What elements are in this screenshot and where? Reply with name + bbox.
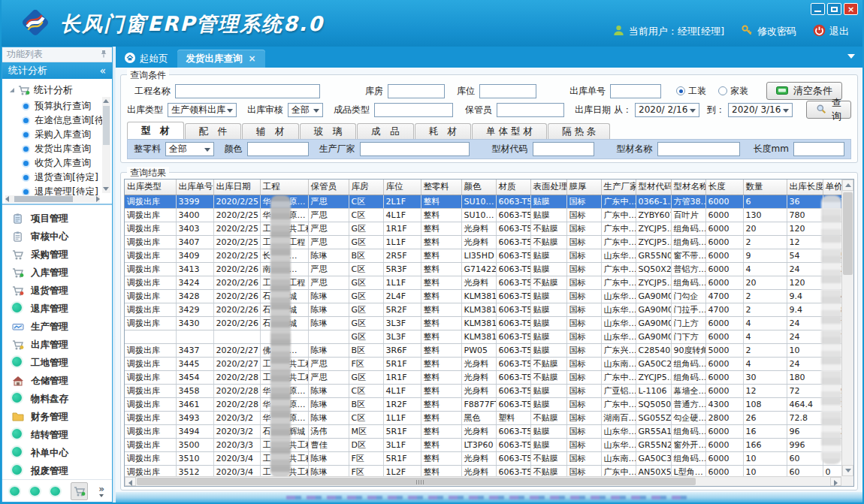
sidebar-item-财务管理[interactable]: 财务管理 xyxy=(2,408,112,426)
tree-item-收货入库查询[interactable]: 收货入库查询 xyxy=(7,156,101,171)
table-row[interactable]: 调拨出库35102020/3/4工共工程陈琳F区5R1F整料光身料6063-T5… xyxy=(125,451,841,465)
tree-item-退货查询[待定][interactable]: 退货查询[待定] xyxy=(7,171,101,185)
close-button[interactable]: × xyxy=(844,3,858,15)
product-type-input[interactable] xyxy=(374,103,453,117)
sidebar-item-项目管理[interactable]: 项目管理 xyxy=(2,210,112,228)
sidebar-item-审核中心[interactable]: 审核中心 xyxy=(2,228,112,246)
date-to-select[interactable]: 2020/ 3/16 xyxy=(728,103,793,117)
column-header-出库日期[interactable]: 出库日期 xyxy=(213,180,260,195)
grid-vertical-scrollbar[interactable] xyxy=(841,180,853,476)
radio-home[interactable] xyxy=(718,86,727,95)
table-row[interactable]: 调拨出库34302020/2/26石城陈琳G区3L3F整料KLM38176063… xyxy=(125,316,841,330)
material-tab-辅材[interactable]: 辅 材 xyxy=(242,123,299,139)
profile-code-input[interactable] xyxy=(533,142,594,156)
table-row[interactable]: 调拨出库34542020/2/28工共工程严思G区1R1F整料光身料6063-T… xyxy=(125,370,841,384)
sidebar-item-工地管理[interactable]: 工地管理 xyxy=(2,354,112,372)
sidebar-item-物料盘存[interactable]: 物料盘存 xyxy=(2,390,112,408)
column-header-生产厂家[interactable]: 生产厂家 xyxy=(601,180,636,195)
tree-horizontal-scrollbar[interactable] xyxy=(5,195,100,203)
tree-item-发货出库查询[interactable]: 发货出库查询 xyxy=(7,142,101,156)
change-password-button[interactable]: 修改密码 xyxy=(741,24,796,39)
material-tab-单体型材[interactable]: 单 体 型 材 xyxy=(472,123,547,139)
column-header-颜色[interactable]: 颜色 xyxy=(461,180,496,195)
maximize-button[interactable] xyxy=(827,3,841,15)
tab-list-dropdown-icon[interactable] xyxy=(847,54,855,59)
table-row[interactable]: 调拨出库35002020/3/3工共工程曹佳D区3L1F整料LT3P606063… xyxy=(125,438,841,451)
column-header-库位[interactable]: 库位 xyxy=(383,180,421,195)
out-type-select[interactable]: 生产领料出库 xyxy=(168,103,237,117)
column-header-数量[interactable]: 数量 xyxy=(743,180,787,195)
tree-vertical-scrollbar[interactable] xyxy=(102,97,110,193)
column-header-表面处理[interactable]: 表面处理 xyxy=(530,180,566,195)
table-row[interactable]: 调拨出库34612020/2/28华原…陈琳B区1R2F整料F8877FT606… xyxy=(125,397,841,411)
table-row[interactable]: 调拨出库34452020/2/27工共工程严思F区5R1F整料光身料6063-T… xyxy=(125,357,841,370)
tab-home[interactable]: 起始页 xyxy=(116,50,177,68)
sidebar-item-退库管理[interactable]: 退库管理 xyxy=(2,300,112,318)
audit-select[interactable]: 全部 xyxy=(288,103,323,117)
material-tab-隔热条[interactable]: 隔 热 条 xyxy=(548,123,610,139)
quick-dot-icon[interactable] xyxy=(50,487,60,496)
table-row[interactable]: 调拨出库33992020/2/25华原…严思C区2L1F整料SU10…6063-… xyxy=(125,195,841,208)
tab-close-icon[interactable]: × xyxy=(249,53,256,64)
column-header-单价[interactable]: 单价 xyxy=(823,180,841,195)
collapse-icon[interactable]: « xyxy=(99,65,106,77)
date-from-select[interactable]: 2020/ 2/16 xyxy=(635,103,699,117)
column-header-出库长度[interactable]: 出库长度 xyxy=(787,180,823,195)
cart-quick-button[interactable] xyxy=(71,482,88,500)
table-row[interactable]: G区3L3F整料KLM38176063-T5贴膜国标山东华…GA90M09…门下… xyxy=(125,330,841,343)
sidebar-item-补单中心[interactable]: 补单中心 xyxy=(2,444,112,462)
table-row[interactable]: 调拨出库34932020/3/2华原…陈琳C区1L1F整料黑色塑料不贴膜国标湖南… xyxy=(125,411,841,424)
sidebar-section-header[interactable]: 统计分析 « xyxy=(2,62,112,79)
table-row[interactable]: 调拨出库34132020/2/26南…严思C区5R3F整料G714226063-… xyxy=(125,262,841,276)
quick-dot-icon[interactable] xyxy=(10,487,20,496)
column-header-出库单号[interactable]: 出库单号 xyxy=(176,180,213,195)
sidebar-item-出库管理[interactable]: 出库管理 xyxy=(2,336,112,354)
sidebar-item-报废管理[interactable]: 报废管理 xyxy=(2,462,112,479)
length-input[interactable] xyxy=(793,142,844,156)
column-header-型材代码[interactable]: 型材代码 xyxy=(636,180,671,195)
sidebar-item-结转管理[interactable]: 结转管理 xyxy=(2,426,112,444)
tree-item-在途信息查询[待[interactable]: 在途信息查询[待 xyxy=(7,113,101,128)
order-no-input[interactable] xyxy=(610,84,661,98)
table-row[interactable]: 调拨出库34372020/2/27佛…陈琳B区3R6F整料PW056063-T5… xyxy=(125,343,841,357)
table-row[interactable]: 调拨出库34032020/2/25工共工程严思G区1R1F整料光身料6063-T… xyxy=(125,222,841,235)
sidebar-item-入库管理[interactable]: 入库管理 xyxy=(2,264,112,282)
material-tab-成品[interactable]: 成 品 xyxy=(357,123,414,139)
table-row[interactable]: 调拨出库34582020/2/28华原…陈琳C区4L1F整料光身料6063-T5… xyxy=(125,384,841,397)
tree-expander-icon[interactable] xyxy=(10,88,14,92)
table-row[interactable]: 调拨出库34242020/2/26工工程严思G区1L1F整料光身料6063-T5… xyxy=(125,276,841,289)
column-header-工程[interactable]: 工程 xyxy=(260,180,308,195)
logout-button[interactable]: 退出 xyxy=(813,24,849,39)
column-header-整零料[interactable]: 整零料 xyxy=(421,180,461,195)
sidebar-item-仓储管理[interactable]: 仓储管理 xyxy=(2,372,112,390)
material-tab-配件[interactable]: 配 件 xyxy=(185,123,242,139)
column-header-膜厚[interactable]: 膜厚 xyxy=(566,180,601,195)
clear-conditions-button[interactable]: 清空条件 xyxy=(766,82,842,100)
table-row[interactable]: 调拨出库34292020/2/26石城陈琳G区5R2F整料KLM38176063… xyxy=(125,303,841,316)
manufacturer-input[interactable] xyxy=(360,142,470,156)
column-header-出库类型[interactable]: 出库类型 xyxy=(125,180,176,195)
pin-icon[interactable] xyxy=(100,50,107,60)
material-tab-玻璃[interactable]: 玻 璃 xyxy=(300,123,357,139)
table-row[interactable]: 调拨出库34092020/2/25长…陈琳B区2R5F整料LI35HD6063-… xyxy=(125,249,841,262)
more-buttons-chevron[interactable]: » xyxy=(98,484,104,497)
whole-piece-select[interactable]: 全部 xyxy=(165,142,214,156)
tab-shipment-query[interactable]: 发货出库查询 × xyxy=(177,50,265,68)
table-row[interactable]: 调拨出库34282020/2/26石城陈琳G区2L4F整料KLM38176063… xyxy=(125,289,841,303)
column-header-材质[interactable]: 材质 xyxy=(496,180,530,195)
radio-industrial[interactable] xyxy=(676,86,685,95)
column-header-长度[interactable]: 长度 xyxy=(705,180,743,195)
minimize-button[interactable] xyxy=(811,3,825,15)
color-input[interactable] xyxy=(247,142,309,156)
sidebar-item-退货管理[interactable]: 退货管理 xyxy=(2,282,112,300)
material-tab-型材[interactable]: 型 材 xyxy=(127,122,184,139)
project-name-input[interactable] xyxy=(175,84,320,98)
warehouse-input[interactable] xyxy=(388,84,445,98)
tree-root[interactable]: 统计分析 xyxy=(7,82,101,99)
table-row[interactable]: 调拨出库34072020/2/25工工程严思G区1L1F整料光身料6063-T5… xyxy=(125,235,841,249)
quick-dot-icon[interactable] xyxy=(30,487,40,496)
table-row[interactable]: 调拨出库35122020/3/4工共工程陈琳F区1L2F整料光身料6063-T5… xyxy=(125,465,841,476)
keeper-input[interactable] xyxy=(497,103,564,117)
table-row[interactable]: 调拨出库34942020/3/2石辉城汤伟M区5R1F整料光身料6063-T5贴… xyxy=(125,424,841,438)
search-button[interactable]: 查 询 xyxy=(806,101,851,119)
